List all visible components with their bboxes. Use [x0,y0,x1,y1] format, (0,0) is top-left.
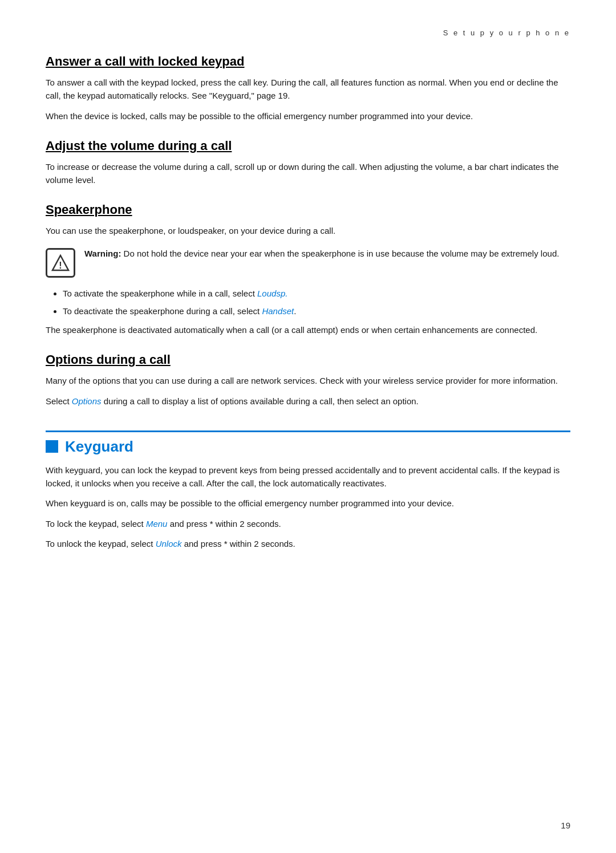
keyguard-title-text: Keyguard [65,438,133,456]
bullet-activate-before: To activate the speakerphone while in a … [63,289,257,298]
warning-icon: ! [46,248,75,278]
speakerphone-bullets: To activate the speakerphone while in a … [63,287,570,318]
section-answer-locked-para1: To answer a call with the keypad locked,… [46,76,570,103]
section-answer-locked-keypad: Answer a call with locked keypad To answ… [46,54,570,123]
keyguard-para2: When keyguard is on, calls may be possib… [46,497,570,510]
handset-link[interactable]: Handset [262,306,294,316]
bullet-deactivate-before: To deactivate the speakerphone during a … [63,306,262,316]
warning-label: Warning: [84,249,121,258]
bullet-activate: To activate the speakerphone while in a … [63,287,570,300]
keyguard-square-icon [46,440,58,453]
section-adjust-volume-para1: To increase or decrease the volume durin… [46,160,570,187]
section-title-answer-locked: Answer a call with locked keypad [46,54,570,69]
section-speakerphone: Speakerphone You can use the speakerphon… [46,202,570,336]
svg-text:!: ! [59,261,62,270]
warning-triangle-icon: ! [51,254,70,271]
bullet-deactivate-after: . [294,306,296,316]
page-container: S e t u p y o u r p h o n e Answer a cal… [0,0,616,853]
warning-text: Warning: Do not hold the device near you… [84,247,559,260]
menu-link[interactable]: Menu [146,519,168,529]
section-title-options: Options during a call [46,352,570,367]
keyguard-lock-para: To lock the keypad, select Menu and pres… [46,517,570,530]
warning-body: Do not hold the device near your ear whe… [121,249,559,258]
keyguard-unlock-after: and press * within 2 seconds. [181,539,295,549]
keyguard-lock-before: To lock the keypad, select [46,519,146,529]
section-adjust-volume: Adjust the volume during a call To incre… [46,139,570,187]
keyguard-unlock-para: To unlock the keypad, select Unlock and … [46,537,570,550]
section-speakerphone-para1: You can use the speakerphone, or loudspe… [46,224,570,237]
section-title-speakerphone: Speakerphone [46,202,570,217]
keyguard-para1: With keyguard, you can lock the keypad t… [46,464,570,490]
loudsp-link[interactable]: Loudsp. [257,289,287,298]
section-speakerphone-after-bullets: The speakerphone is deactivated automati… [46,323,570,336]
page-number: 19 [561,820,570,830]
section-title-keyguard: Keyguard [46,438,570,456]
section-options-para1: Many of the options that you can use dur… [46,374,570,387]
options-inline-before: Select [46,396,72,406]
section-title-adjust-volume: Adjust the volume during a call [46,139,570,153]
page-header: S e t u p y o u r p h o n e [46,29,570,37]
section-keyguard: Keyguard With keyguard, you can lock the… [46,430,570,550]
unlock-link[interactable]: Unlock [156,539,182,549]
warning-box: ! Warning: Do not hold the device near y… [46,247,570,278]
bullet-deactivate: To deactivate the speakerphone during a … [63,304,570,318]
section-options-inline: Select Options during a call to display … [46,395,570,408]
keyguard-lock-after: and press * within 2 seconds. [167,519,281,529]
keyguard-unlock-before: To unlock the keypad, select [46,539,156,549]
section-options-during-call: Options during a call Many of the option… [46,352,570,408]
options-link[interactable]: Options [72,396,102,406]
section-answer-locked-para2: When the device is locked, calls may be … [46,109,570,123]
options-inline-after: during a call to display a list of optio… [102,396,419,406]
